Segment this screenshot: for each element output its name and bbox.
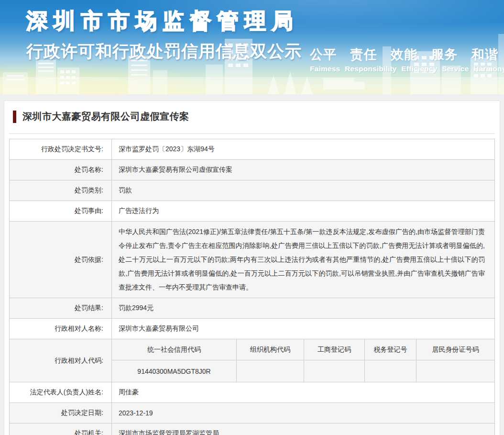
content-panel: 深圳市大嘉豪贸易有限公司虚假宣传案 行政处罚决定书文号: 深市监罗处罚〔2023… [4,100,500,435]
case-title: 深圳市大嘉豪贸易有限公司虚假宣传案 [9,110,495,123]
row-value: 罚款2994元 [112,298,494,318]
title-accent-bar [13,111,16,123]
code-value: 91440300MA5DGT8J0R [112,360,237,382]
row-label: 处罚类别: [10,180,112,201]
party-code-table: 统一社会信用代码 组织机构代码 工商登记码 税务登记号 居民身份证号码 9144… [112,339,494,382]
row-label: 处罚决定日期: [10,403,112,423]
page-body: 深圳市大嘉豪贸易有限公司虚假宣传案 行政处罚决定书文号: 深市监罗处罚〔2023… [0,94,504,435]
row-party-name: 行政相对人名称: 深圳市大嘉豪贸易有限公司 [10,319,494,339]
slogan-english: Faimess Responsibility Efficiency Servic… [310,65,504,73]
row-value: 2023-12-19 [112,403,494,423]
row-value: 深市监罗处罚〔2023〕东湖94号 [112,139,494,159]
row-label: 行政处罚决定书文号: [10,139,112,159]
row-value: 深圳市市场监督管理局罗湖监管局 [112,424,494,435]
code-table-value-row: 91440300MA5DGT8J0R [112,360,494,382]
penalty-info-table: 行政处罚决定书文号: 深市监罗处罚〔2023〕东湖94号 处罚名称: 深圳市大嘉… [9,139,495,435]
agency-title: 深圳市市场监督管理局 [26,7,299,35]
code-column-header: 统一社会信用代码 [112,339,237,360]
code-table-header-row: 统一社会信用代码 组织机构代码 工商登记码 税务登记号 居民身份证号码 [112,339,494,360]
banner-slogan: 公平 责任 效能 服务 和谐 Faimess Responsibility Ef… [310,46,504,73]
case-title-text: 深圳市大嘉豪贸易有限公司虚假宣传案 [22,110,189,123]
row-label: 处罚机关: [10,424,112,435]
row-label: 处罚结果: [10,298,112,318]
slogan-chinese: 公平 责任 效能 服务 和谐 [310,46,504,63]
code-value [365,360,416,382]
row-penalty-result: 处罚结果: 罚款2994元 [10,298,494,319]
row-value: 周佳豪 [112,382,494,402]
row-decision-number: 行政处罚决定书文号: 深市监罗处罚〔2023〕东湖94号 [10,139,494,160]
banner-subtitle: 行政许可和行政处罚信用信息双公示 [26,40,302,63]
code-column-header: 组织机构代码 [237,339,304,360]
code-column-header: 税务登记号 [365,339,416,360]
row-penalty-basis: 处罚依据: 中华人民共和国广告法(2021修正)/第五章法律责任/第五十五条/第… [10,222,494,298]
row-value: 中华人民共和国广告法(2021修正)/第五章法律责任/第五十五条/第一款违反本法… [112,222,494,298]
code-column-header: 居民身份证号码 [416,339,494,360]
code-value [237,360,304,382]
row-decision-date: 处罚决定日期: 2023-12-19 [10,403,494,424]
row-label: 法定代表人(负责人)姓名: [10,382,112,402]
row-label: 处罚名称: [10,160,112,180]
row-penalty-reason: 处罚事由: 广告违法行为 [10,201,494,222]
code-value [304,360,365,382]
code-column-header: 工商登记码 [304,339,365,360]
row-label: 处罚依据: [10,222,112,298]
row-label: 处罚事由: [10,201,112,221]
row-penalty-category: 处罚类别: 罚款 [10,180,494,201]
row-label: 行政相对人代码: [10,339,112,382]
row-label: 行政相对人名称: [10,319,112,339]
row-value: 深圳市大嘉豪贸易有限公司虚假宣传案 [112,160,494,180]
code-value [416,360,494,382]
row-value: 广告违法行为 [112,201,494,221]
header-banner: 深圳市市场监督管理局 行政许可和行政处罚信用信息双公示 公平 责任 效能 服务 … [0,0,504,94]
row-penalty-authority: 处罚机关: 深圳市市场监督管理局罗湖监管局 [10,424,494,435]
row-value: 罚款 [112,180,494,201]
row-penalty-name: 处罚名称: 深圳市大嘉豪贸易有限公司虚假宣传案 [10,160,494,180]
row-value: 深圳市大嘉豪贸易有限公司 [112,319,494,339]
title-divider [9,134,495,134]
row-legal-representative: 法定代表人(负责人)姓名: 周佳豪 [10,382,494,403]
row-party-codes: 行政相对人代码: 统一社会信用代码 组织机构代码 工商登记码 税务登记号 居民身… [10,339,494,382]
